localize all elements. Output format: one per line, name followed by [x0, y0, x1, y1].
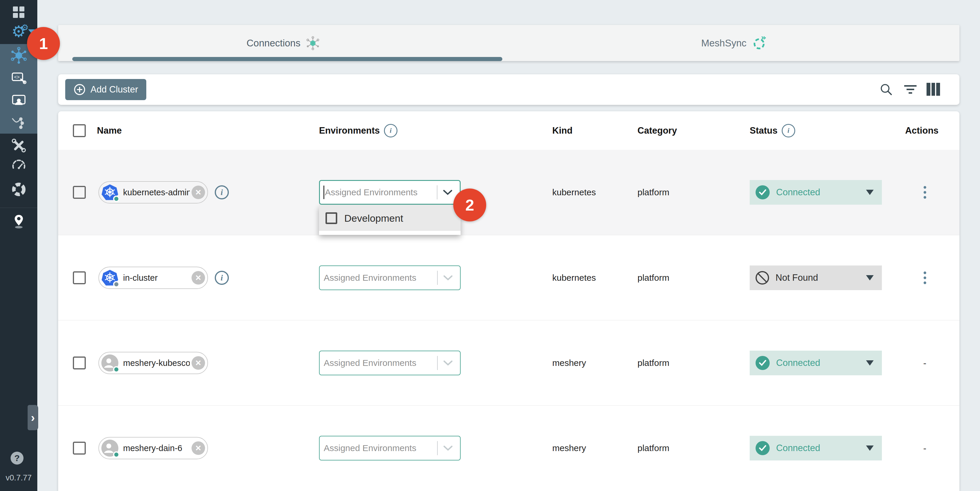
prohibited-icon — [756, 271, 769, 284]
select-all-checkbox[interactable] — [73, 124, 86, 137]
select-divider — [437, 441, 438, 455]
environments-placeholder: Assigned Environments — [324, 358, 437, 368]
add-cluster-label: Add Cluster — [91, 84, 138, 95]
row-checkbox[interactable] — [73, 356, 86, 369]
sidebar-divider — [0, 208, 37, 208]
chevron-down-icon[interactable] — [443, 445, 453, 451]
close-icon[interactable]: ✕ — [191, 356, 205, 370]
environments-placeholder: Assigned Environments — [324, 443, 437, 453]
caret-down-icon — [866, 190, 873, 195]
meshsync-spinner-icon — [751, 35, 767, 51]
environments-placeholder: Assigned Environments — [324, 273, 437, 283]
table-row: meshery-kubescop… ✕ Assigned Environment… — [58, 320, 959, 405]
sidebar-item-extensions[interactable] — [0, 180, 37, 199]
select-divider — [437, 356, 438, 370]
environments-select[interactable]: Assigned Environments — [319, 180, 461, 205]
sidebar: ⚙ ⚙ <> — [0, 0, 37, 491]
sidebar-item-designs[interactable] — [0, 113, 37, 132]
tabs-bar: Connections MeshSync — [58, 25, 959, 61]
dashboard-grid-icon — [13, 6, 24, 18]
option-label: Development — [344, 213, 403, 224]
connection-name-chip[interactable]: meshery-dain-6 ✕ — [99, 437, 208, 459]
caret-down-icon — [866, 360, 873, 365]
connection-name: meshery-kubescop… — [123, 358, 190, 368]
sidebar-item-performance[interactable] — [0, 156, 37, 175]
chevron-down-icon[interactable] — [443, 360, 453, 366]
sidebar-item-registry[interactable] — [0, 212, 37, 231]
connections-hub-icon — [10, 47, 28, 64]
info-icon[interactable]: i — [782, 124, 795, 137]
table-row: kubernetes-admin… ✕ i Assigned Environme… — [58, 150, 959, 235]
row-checkbox[interactable] — [73, 442, 86, 454]
kebab-menu-icon[interactable] — [922, 184, 928, 200]
actions-cell — [910, 184, 939, 200]
tab-connections[interactable]: Connections — [58, 25, 509, 61]
column-header-status[interactable]: Status i — [750, 124, 795, 137]
status-select[interactable]: Connected — [750, 351, 882, 375]
connection-status-dot — [113, 366, 119, 373]
close-icon[interactable]: ✕ — [191, 186, 205, 199]
speedometer-icon — [11, 157, 27, 173]
filter-icon[interactable] — [904, 83, 917, 96]
row-info-icon[interactable]: i — [215, 185, 229, 199]
kind-cell: meshery — [552, 358, 586, 368]
connection-status-dot — [113, 195, 119, 202]
sidebar-item-dashboard[interactable] — [0, 5, 37, 19]
connection-name: in-cluster — [123, 273, 190, 283]
chevron-right-icon: › — [31, 411, 35, 424]
connection-name-chip[interactable]: kubernetes-admin… ✕ — [99, 181, 208, 203]
option-checkbox[interactable] — [326, 212, 337, 224]
no-actions-dash: - — [923, 358, 926, 369]
environments-select[interactable]: Assigned Environments — [319, 436, 461, 461]
extensions-donut-icon — [10, 181, 27, 198]
search-icon[interactable] — [880, 83, 893, 96]
connection-name-chip[interactable]: in-cluster ✕ — [99, 267, 208, 289]
plus-circle-icon — [73, 83, 86, 96]
kebab-menu-icon[interactable] — [922, 270, 928, 286]
connection-name-chip[interactable]: meshery-kubescop… ✕ — [99, 352, 208, 374]
column-header-kind[interactable]: Kind — [552, 126, 573, 136]
caret-down-icon — [866, 445, 873, 451]
screen-user-icon — [11, 92, 27, 108]
column-header-category[interactable]: Category — [638, 126, 677, 136]
actions-cell: - — [910, 443, 939, 454]
question-mark-icon: ? — [14, 453, 20, 463]
status-label: Connected — [776, 187, 866, 198]
sidebar-expand-button[interactable]: › — [28, 405, 38, 430]
tab-meshsync-label: MeshSync — [701, 38, 746, 49]
connection-status-dot — [113, 281, 119, 288]
tab-meshsync[interactable]: MeshSync — [509, 25, 959, 61]
connections-table: Name Environments i Kind Category Status… — [58, 111, 959, 491]
column-header-name[interactable]: Name — [97, 126, 122, 136]
environments-select[interactable]: Assigned Environments — [319, 265, 461, 290]
close-icon[interactable]: ✕ — [191, 442, 205, 455]
status-select[interactable]: Connected — [750, 180, 882, 205]
view-columns-icon[interactable] — [926, 83, 940, 96]
row-checkbox[interactable] — [73, 271, 86, 284]
help-button[interactable]: ? — [11, 452, 24, 465]
actions-cell: - — [910, 358, 939, 369]
category-cell: platform — [638, 188, 669, 197]
graph-nodes-icon — [11, 114, 27, 131]
sidebar-item-configuration[interactable] — [0, 136, 37, 154]
close-icon[interactable]: ✕ — [191, 271, 205, 284]
status-select[interactable]: Connected — [750, 436, 882, 461]
environments-select[interactable]: Assigned Environments — [319, 351, 461, 375]
status-label: Connected — [776, 443, 866, 453]
app-version: v0.7.77 — [0, 474, 37, 483]
chevron-down-icon[interactable] — [443, 189, 453, 195]
dropdown-option-development[interactable]: Development — [319, 205, 461, 231]
sidebar-item-environments[interactable] — [0, 91, 37, 109]
row-checkbox[interactable] — [73, 186, 86, 199]
add-cluster-button[interactable]: Add Cluster — [65, 79, 146, 100]
info-icon[interactable]: i — [384, 124, 398, 137]
chevron-down-icon[interactable] — [443, 275, 453, 281]
connections-toolbar: Add Cluster — [58, 74, 959, 105]
text-cursor — [323, 186, 324, 199]
environments-dropdown: Development — [319, 205, 461, 235]
connection-name: meshery-dain-6 — [123, 443, 190, 453]
column-header-environments[interactable]: Environments i — [319, 124, 398, 137]
row-info-icon[interactable]: i — [215, 271, 229, 285]
status-select[interactable]: Not Found — [750, 265, 882, 290]
sidebar-item-adapters[interactable]: <> — [0, 69, 37, 87]
